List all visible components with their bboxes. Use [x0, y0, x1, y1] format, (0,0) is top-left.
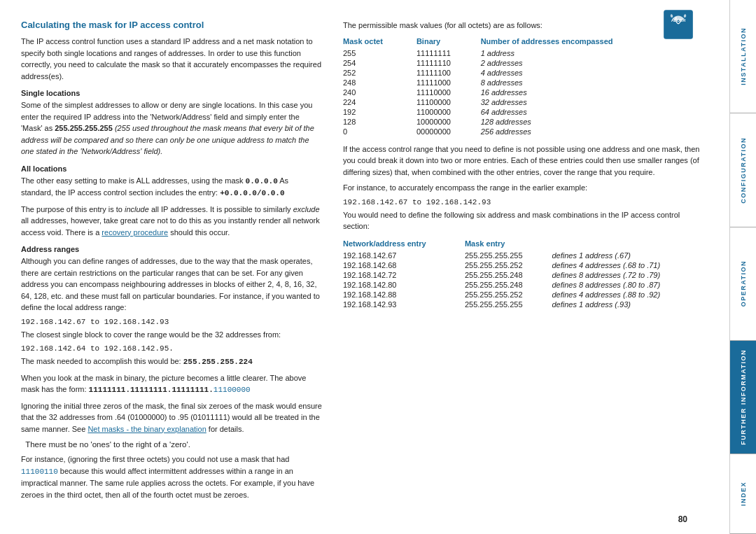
- range-example-1: 192.168.142.67 to 192.168.142.93: [21, 318, 322, 326]
- mask-octet-cell: 224: [343, 97, 416, 107]
- mask-octet-cell: 255: [343, 48, 416, 58]
- addr-table-row: 192.168.142.88 255.255.255.252 defines 4…: [343, 290, 708, 300]
- section-all-locations: All locations The other easy setting to …: [21, 164, 322, 239]
- addr-desc-cell: defines 1 address (.93): [552, 300, 708, 309]
- network-entry-cell: 192.168.142.93: [343, 300, 465, 309]
- sidebar-tab-index[interactable]: INDEX: [730, 454, 756, 534]
- all-locations-heading: All locations: [21, 164, 322, 173]
- mask-table-row: 248 11111000 8 addresses: [343, 78, 708, 87]
- desc-cell: 256 addresses: [481, 127, 708, 136]
- sidebar-tab-label: CONFIGURATION: [740, 137, 747, 204]
- for-instance-text: For instance, to accurately encompass th…: [343, 182, 708, 194]
- all-entry: +0.0.0.0/0.0.0: [220, 189, 284, 197]
- mask-table-row: 252 11111100 4 addresses: [343, 68, 708, 78]
- addr-desc-cell: defines 4 addresses (.88 to .92): [552, 290, 708, 300]
- sidebar: INSTALLATIONCONFIGURATIONOPERATIONFURTHE…: [729, 0, 756, 534]
- mask-entry-cell: 255.255.255.252: [465, 260, 552, 270]
- svg-rect-0: [664, 10, 693, 39]
- all-locations-body2: The purpose of this entry is to include …: [21, 204, 322, 239]
- sidebar-tab-label: OPERATION: [740, 260, 747, 307]
- binary-cell: 11111110: [416, 58, 481, 68]
- exclude-text: exclude: [293, 205, 320, 213]
- ignoring-zeros-text: Ignoring the initial three zeros of the …: [21, 400, 322, 435]
- mask-octet-cell: 192: [343, 107, 416, 117]
- binary-cell: 11110000: [416, 87, 481, 97]
- mask-table-row: 128 10000000 128 addresses: [343, 117, 708, 127]
- col-mask-octet: Mask octet: [343, 36, 416, 48]
- sidebar-tab-further-information[interactable]: FURTHER INFORMATION: [730, 341, 756, 454]
- sidebar-tab-label: INSTALLATION: [740, 27, 747, 85]
- mask-octet-cell: 252: [343, 68, 416, 78]
- binary-cell: 11000000: [416, 107, 481, 117]
- addr-table-row: 192.168.142.80 255.255.255.248 defines 8…: [343, 280, 708, 290]
- col-binary: Binary: [416, 36, 481, 48]
- all-mask: 0.0.0.0: [246, 177, 278, 185]
- desc-cell: 4 addresses: [481, 68, 708, 78]
- netmasks-link[interactable]: Net masks - the binary explanation: [88, 425, 206, 433]
- addr-table-row: 192.168.142.68 255.255.255.252 defines 4…: [343, 260, 708, 270]
- binary-cell: 11111000: [416, 78, 481, 87]
- addr-table-row: 192.168.142.67 255.255.255.255 defines 1…: [343, 251, 708, 260]
- binary-highlight: 11100000: [214, 386, 251, 394]
- mask-entry-cell: 255.255.255.248: [465, 280, 552, 290]
- network-entry-cell: 192.168.142.88: [343, 290, 465, 300]
- mask-table-row: 0 00000000 256 addresses: [343, 127, 708, 136]
- desc-cell: 128 addresses: [481, 117, 708, 127]
- address-ranges-body1: Although you can define ranges of addres…: [21, 255, 322, 314]
- permissible-intro: The permissible mask values (for all oct…: [343, 20, 708, 31]
- page-title: Calculating the mask for IP access contr…: [21, 20, 322, 30]
- network-entry-cell: 192.168.142.67: [343, 251, 465, 260]
- network-entry-cell: 192.168.142.68: [343, 260, 465, 270]
- svg-point-2: [675, 17, 677, 20]
- sidebar-tab-operation[interactable]: OPERATION: [730, 227, 756, 341]
- mask-entry-cell: 255.255.255.248: [465, 270, 552, 280]
- mask-octet-cell: 240: [343, 87, 416, 97]
- left-column: Calculating the mask for IP access contr…: [21, 20, 322, 520]
- right-column: The permissible mask values (for all oct…: [343, 20, 708, 520]
- desc-cell: 2 addresses: [481, 58, 708, 68]
- mask-table-row: 255 11111111 1 address: [343, 48, 708, 58]
- addr-table-row: 192.168.142.93 255.255.255.255 defines 1…: [343, 300, 708, 309]
- col-mask-entry: Mask entry: [465, 238, 552, 251]
- single-locations-body: Some of the simplest addresses to allow …: [21, 99, 322, 157]
- binary-form-text: When you look at the mask in binary, the…: [21, 372, 322, 396]
- binary-form: 11111111.11111111.11111111.: [89, 386, 214, 394]
- mask-entry-cell: 255.255.255.252: [465, 290, 552, 300]
- mask-accomplish: The mask needed to accomplish this would…: [21, 356, 322, 368]
- multi-entry-text: If the access control range that you nee…: [343, 143, 708, 178]
- bad-mask-value: 11100110: [21, 468, 58, 476]
- section-single-locations: Single locations Some of the simplest ad…: [21, 89, 322, 157]
- sidebar-tab-installation[interactable]: INSTALLATION: [730, 0, 756, 113]
- desc-cell: 8 addresses: [481, 78, 708, 87]
- mask-table-row: 240 11110000 16 addresses: [343, 87, 708, 97]
- binary-cell: 11111111: [416, 48, 481, 58]
- address-ranges-heading: Address ranges: [21, 245, 322, 253]
- mask-octet-cell: 128: [343, 117, 416, 127]
- sidebar-tab-label: INDEX: [740, 482, 747, 506]
- recovery-link[interactable]: recovery procedure: [102, 228, 168, 237]
- addr-desc-cell: defines 8 addresses (.72 to .79): [552, 270, 708, 280]
- addr-table: Network/address entry Mask entry 192.168…: [343, 238, 708, 309]
- binary-cell: 00000000: [416, 127, 481, 136]
- desc-cell: 16 addresses: [481, 87, 708, 97]
- intro-text: The IP access control function uses a st…: [21, 36, 322, 82]
- mask-entry-cell: 255.255.255.255: [465, 251, 552, 260]
- mask-octet-cell: 0: [343, 127, 416, 136]
- binary-cell: 11111100: [416, 68, 481, 78]
- single-locations-heading: Single locations: [21, 89, 322, 97]
- mask-octet-cell: 254: [343, 58, 416, 68]
- logo-area: ADDER: [661, 7, 696, 43]
- include-text: include: [125, 205, 149, 213]
- six-combinations-text: You would need to define the following s…: [343, 209, 708, 232]
- mask-table-row: 192 11000000 64 addresses: [343, 107, 708, 117]
- binary-cell: 10000000: [416, 117, 481, 127]
- addr-table-row: 192.168.142.72 255.255.255.248 defines 8…: [343, 270, 708, 280]
- addr-desc-cell: defines 8 addresses (.80 to .87): [552, 280, 708, 290]
- addr-desc-cell: defines 1 address (.67): [552, 251, 708, 260]
- desc-cell: 32 addresses: [481, 97, 708, 107]
- mask-entry-cell: 255.255.255.255: [465, 300, 552, 309]
- adder-logo: ADDER: [661, 7, 696, 42]
- sidebar-tab-configuration[interactable]: CONFIGURATION: [730, 113, 756, 227]
- section-address-ranges: Address ranges Although you can define r…: [21, 245, 322, 500]
- mask-table-row: 224 11100000 32 addresses: [343, 97, 708, 107]
